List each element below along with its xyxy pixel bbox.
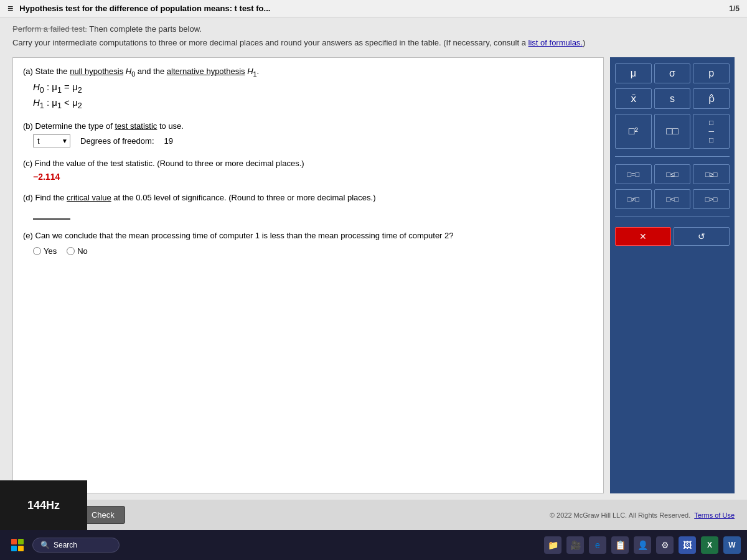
radio-no[interactable]: No xyxy=(67,246,88,256)
symbol-sigma[interactable]: σ xyxy=(654,63,691,83)
symbol-relation-row1: □=□ □≤□ □≥□ xyxy=(615,164,730,184)
test-statistic-link: test statistic xyxy=(115,121,157,131)
taskbar-user-icon[interactable]: 👤 xyxy=(634,536,651,554)
search-icon: 🔍 xyxy=(40,541,50,549)
part-e-label: (e) Can we conclude that the mean proces… xyxy=(23,231,593,240)
radio-yes-label: Yes xyxy=(44,246,57,256)
radio-yes[interactable]: Yes xyxy=(33,246,57,256)
symbol-grid-row1: μ σ p xyxy=(615,63,730,83)
statistic-row: t z χ² F Degrees of freedom: 19 xyxy=(33,134,593,147)
carry-instruction: Carry your intermediate computations to … xyxy=(12,37,735,49)
overlay-panel: 144Hz xyxy=(0,480,87,530)
hamburger-icon[interactable]: ≡ xyxy=(7,3,13,14)
page-indicator: 1/5 xyxy=(729,4,740,13)
part-a-label: (a) State the null hypothesis H0 and the… xyxy=(23,67,593,78)
hypothesis-block: H0 : μ1 = μ2 H1 : μ1 < μ2 xyxy=(33,82,593,110)
taskbar: 🔍 Search 📁 🎥 e 📋 👤 ⚙ 🖼 X W 144Hz xyxy=(0,530,747,560)
symbol-gt[interactable]: □>□ xyxy=(693,189,730,209)
part-b-section: (b) Determine the type of test statistic… xyxy=(23,121,593,147)
copyright-text: © 2022 McGraw Hill LLC. All Rights Reser… xyxy=(550,511,735,519)
taskbar-photo-icon[interactable]: 🖼 xyxy=(679,536,696,554)
window-title: Hypothesis test for the difference of po… xyxy=(19,4,270,13)
symbol-divider-1 xyxy=(615,156,730,157)
symbol-neq[interactable]: □≠□ xyxy=(615,189,652,209)
degrees-label: Degrees of freedom: xyxy=(80,136,154,146)
radio-group: Yes No xyxy=(33,246,593,256)
part-a-section: (a) State the null hypothesis H0 and the… xyxy=(23,67,593,110)
taskbar-word-icon[interactable]: W xyxy=(723,536,741,554)
h1-label: H1 : μ1 < μ2 xyxy=(33,97,82,110)
check-button[interactable]: Check xyxy=(81,506,125,524)
test-stat-value: −2.114 xyxy=(33,172,593,182)
win-icon-q3 xyxy=(11,546,17,551)
part-e-section: (e) Can we conclude that the mean proces… xyxy=(23,231,593,256)
critical-value-input[interactable] xyxy=(33,206,70,220)
title-bar-left: ≡ Hypothesis test for the difference of … xyxy=(7,3,270,14)
symbol-lt[interactable]: □<□ xyxy=(654,189,691,209)
symbol-grid-row2: x̄ s p̂ xyxy=(615,88,730,109)
part-b-label: (b) Determine the type of test statistic… xyxy=(23,121,593,131)
strikethrough-text: Perform a failed test. xyxy=(12,24,87,34)
symbol-mu[interactable]: μ xyxy=(615,63,652,83)
taskbar-video-icon[interactable]: 🎥 xyxy=(566,536,584,554)
formulas-link[interactable]: list of formulas. xyxy=(529,38,583,47)
h0-label: H0 : μ1 = μ2 xyxy=(33,82,82,95)
action-bar: Explanation Check © 2022 McGraw Hill LLC… xyxy=(0,500,747,530)
symbol-panel: μ σ p x̄ s p̂ □² □□ □─□ □=□ □≤□ □≥□ xyxy=(610,57,735,493)
terms-link[interactable]: Terms of Use xyxy=(694,511,735,519)
main-content: Perform a failed test. Then complete the… xyxy=(0,17,747,500)
alt-hypothesis-link: alternative hypothesis xyxy=(167,67,245,76)
symbol-p[interactable]: p xyxy=(693,63,730,83)
symbol-phat[interactable]: p̂ xyxy=(693,88,730,109)
symbol-relation-row2: □≠□ □<□ □>□ xyxy=(615,189,730,209)
symbol-s[interactable]: s xyxy=(654,88,691,109)
h1-row: H1 : μ1 < μ2 xyxy=(33,97,593,110)
symbol-boxes[interactable]: □□ xyxy=(654,114,691,149)
radio-yes-input[interactable] xyxy=(33,247,41,255)
symbol-divider-2 xyxy=(615,217,730,217)
taskbar-settings-icon[interactable]: ⚙ xyxy=(656,536,674,554)
questions-panel: (a) State the null hypothesis H0 and the… xyxy=(12,57,604,493)
taskbar-note-icon[interactable]: 📋 xyxy=(611,536,629,554)
symbol-xbar[interactable]: x̄ xyxy=(615,88,652,109)
part-c-section: (c) Find the value of the test statistic… xyxy=(23,159,593,182)
win-icon-q2 xyxy=(18,539,24,544)
overlay-text: 144Hz xyxy=(27,499,60,512)
taskbar-file-icon[interactable]: 📁 xyxy=(544,536,561,554)
part-d-section: (d) Find the critical value at the 0.05 … xyxy=(23,193,593,220)
symbol-geq[interactable]: □≥□ xyxy=(693,164,730,184)
taskbar-search[interactable]: 🔍 Search xyxy=(32,538,120,553)
symbol-leq[interactable]: □≤□ xyxy=(654,164,691,184)
search-label: Search xyxy=(54,541,77,549)
part-d-label: (d) Find the critical value at the 0.05 … xyxy=(23,193,593,202)
title-bar: ≡ Hypothesis test for the difference of … xyxy=(0,0,747,17)
h0-row: H0 : μ1 = μ2 xyxy=(33,82,593,95)
problem-area: (a) State the null hypothesis H0 and the… xyxy=(12,57,735,493)
start-button[interactable] xyxy=(6,536,29,554)
radio-no-input[interactable] xyxy=(67,247,75,255)
symbol-eq[interactable]: □=□ xyxy=(615,164,652,184)
symbol-clear-button[interactable]: ✕ xyxy=(615,227,671,246)
taskbar-excel-icon[interactable]: X xyxy=(701,536,718,554)
windows-icon xyxy=(11,539,24,551)
critical-value-link: critical value xyxy=(67,193,111,202)
symbol-square[interactable]: □² xyxy=(615,114,652,149)
symbol-action-row: ✕ ↺ xyxy=(615,227,730,246)
null-hypothesis-link: null hypothesis xyxy=(70,67,123,76)
symbol-fraction[interactable]: □─□ xyxy=(693,114,730,149)
taskbar-browser-icon[interactable]: e xyxy=(589,536,606,554)
degrees-value: 19 xyxy=(164,136,173,146)
copyright-label: © 2022 McGraw Hill LLC. All Rights Reser… xyxy=(550,511,690,519)
radio-no-label: No xyxy=(77,246,88,256)
statistic-select-wrapper[interactable]: t z χ² F xyxy=(33,134,70,147)
win-icon-q1 xyxy=(11,539,17,544)
win-icon-q4 xyxy=(18,546,24,551)
statistic-dropdown[interactable]: t z χ² F xyxy=(33,134,70,147)
part-c-label: (c) Find the value of the test statistic… xyxy=(23,159,593,168)
symbol-undo-button[interactable]: ↺ xyxy=(674,227,730,246)
taskbar-icons: 📁 🎥 e 📋 👤 ⚙ 🖼 X W xyxy=(544,536,741,554)
symbol-grid-row3: □² □□ □─□ xyxy=(615,114,730,149)
top-instruction: Perform a failed test. Then complete the… xyxy=(12,24,735,35)
